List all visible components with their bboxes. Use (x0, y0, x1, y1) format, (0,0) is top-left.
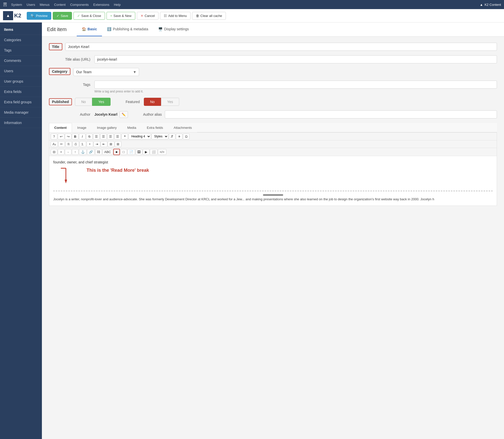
featured-label: Featured (126, 100, 140, 104)
published-row: Published No Yes Featured No Yes (49, 98, 497, 106)
nav-content[interactable]: Content (54, 3, 66, 7)
editor-columns-btn[interactable]: ⊟ (51, 149, 57, 155)
editor-media-btn[interactable]: ▶ (143, 149, 149, 155)
editor-unlink-btn[interactable]: ⛓ (95, 149, 102, 155)
editor-outdent-btn[interactable]: ⇤ (101, 141, 107, 147)
content-tab-image[interactable]: Image (72, 123, 92, 132)
content-tab-attachments[interactable]: Attachments (168, 123, 197, 132)
add-to-menu-button[interactable]: ☷ Add to Menu (160, 12, 191, 20)
nav-extensions[interactable]: Extensions (93, 3, 110, 7)
editor-indent-btn[interactable]: ⇥ (94, 141, 100, 147)
title-alias-row: Title alias (URL) (49, 55, 497, 63)
title-alias-input[interactable] (94, 55, 497, 63)
editor-clear-format-btn[interactable]: T̸ (169, 134, 175, 139)
published-no-button[interactable]: No (75, 98, 92, 106)
editor-italic-btn[interactable]: I (79, 134, 86, 139)
editor-redo-btn[interactable]: ↪ (65, 134, 71, 139)
featured-no-button[interactable]: No (144, 98, 161, 106)
editor-template-btn[interactable]: 📄 (127, 149, 135, 155)
published-toggle: No Yes (75, 98, 111, 106)
editor-bold-btn[interactable]: B (72, 134, 78, 139)
sidebar-item-comments[interactable]: Comments (0, 56, 42, 66)
read-more-bar (53, 193, 493, 197)
arrow-container (53, 167, 68, 189)
title-label: Title (49, 43, 62, 50)
editor-iframe-btn[interactable]: ⬜ (150, 149, 157, 155)
toolbar: ▲ K2 🔍 Preview ✓ Save ✓ Save & Close + S… (0, 9, 504, 22)
editor-image-btn[interactable]: 🖼 (136, 149, 142, 155)
sidebar-item-information[interactable]: Information (0, 118, 42, 128)
content-tabs: Content Image Image gallery Media Extra … (49, 123, 497, 132)
editor-toolbar-row3: ⊟ + - ↑ ⚓ 🔗 ⛓ ABC ■ □ 📄 🖼 ▶ ⬜ </> (49, 148, 497, 156)
editor-paste-btn[interactable]: ⎙ (72, 141, 79, 147)
editor-upload-btn[interactable]: ↑ (72, 149, 78, 155)
editor-styles-select[interactable]: Styles (151, 133, 168, 139)
editor-link-btn[interactable]: 🔗 (87, 149, 95, 155)
editor-cut-btn[interactable]: ✂ (58, 141, 65, 147)
sidebar-item-extra-field-groups[interactable]: Extra field groups (0, 97, 42, 107)
editor-align-justify-btn[interactable]: ☰ (114, 134, 121, 139)
title-alias-label: Title alias (URL) (49, 55, 94, 61)
sidebar-item-categories[interactable]: Categories (0, 35, 42, 45)
editor-anchor-btn[interactable]: ⚓ (79, 149, 87, 155)
editor-omega-btn[interactable]: Ω (183, 134, 190, 139)
editor-unordered-list-btn[interactable]: • (87, 141, 93, 147)
save-new-button[interactable]: + Save & New (107, 12, 135, 20)
cancel-button[interactable]: ✕ Cancel (137, 12, 158, 20)
sidebar-item-extra-fields[interactable]: Extra fields (0, 87, 42, 97)
editor-pagebreak-btn[interactable]: □ (120, 149, 127, 155)
nav-menus[interactable]: Menus (40, 3, 49, 7)
tags-input[interactable] (94, 81, 497, 89)
editor-help-btn[interactable]: ? (51, 134, 57, 139)
editor-remove-btn[interactable]: ✈ (176, 134, 182, 139)
save-button[interactable]: ✓ Save (53, 12, 72, 20)
editor-heading-select[interactable]: Heading 4 (128, 133, 151, 139)
editor-spell-btn[interactable]: ABC (102, 149, 113, 155)
tab-basic[interactable]: 🏠 Basic (77, 22, 102, 36)
editor-del-col-btn[interactable]: - (65, 149, 71, 155)
sidebar-item-media-manager[interactable]: Media manager (0, 107, 42, 118)
content-tab-extra-fields[interactable]: Extra fields (142, 123, 168, 132)
clear-cache-button[interactable]: 🗑 Clear all cache (192, 12, 226, 20)
sidebar-item-tags[interactable]: Tags (0, 45, 42, 56)
nav-system[interactable]: System (11, 3, 22, 7)
tab-publishing[interactable]: ℹ️ Publishing & metadata (102, 22, 153, 36)
tags-hint: Write a tag and press enter to add it. (94, 90, 497, 93)
editor-strike-btn[interactable]: S (86, 134, 93, 139)
category-select[interactable]: Our Team (73, 68, 139, 76)
sidebar-item-users[interactable]: Users (0, 66, 42, 76)
content-tab-image-gallery[interactable]: Image gallery (92, 123, 122, 132)
k2-logo-icon: ▲ (3, 11, 13, 20)
content-tab-content[interactable]: Content (49, 123, 72, 132)
editor-readmore-btn[interactable]: ■ (113, 149, 120, 155)
author-alias-input[interactable] (165, 110, 497, 118)
editor-undo-btn[interactable]: ↩ (58, 134, 64, 139)
category-row: Category Our Team ▼ (49, 68, 497, 76)
published-yes-button[interactable]: Yes (92, 98, 111, 106)
sidebar-item-user-groups[interactable]: User groups (0, 76, 42, 87)
editor-align-right-btn[interactable]: ☰ (107, 134, 114, 139)
editor-copy-btn[interactable]: ⎘ (65, 141, 72, 147)
editor-content[interactable]: founder, owner, and chief strategist Thi… (49, 156, 497, 206)
nav-users[interactable]: Users (26, 3, 35, 7)
editor-blockquote-btn[interactable]: ❝ (121, 134, 128, 139)
category-select-wrapper: Our Team ▼ (73, 68, 139, 76)
editor-table-props-btn[interactable]: ⊞ (115, 141, 121, 147)
edit-author-button[interactable]: ✏️ (119, 111, 128, 118)
editor-code-btn[interactable]: </> (158, 149, 166, 155)
content-tab-media[interactable]: Media (122, 123, 141, 132)
editor-align-left-btn[interactable]: ☰ (93, 134, 100, 139)
featured-yes-button[interactable]: Yes (161, 98, 179, 106)
save-close-button[interactable]: ✓ Save & Close (73, 12, 105, 20)
editor-font-size-btn[interactable]: A₂ (51, 141, 58, 147)
sidebar-item-items[interactable]: Items (0, 25, 42, 35)
nav-components[interactable]: Components (70, 3, 89, 7)
editor-align-center-btn[interactable]: ☰ (100, 134, 107, 139)
title-input[interactable] (65, 43, 497, 51)
editor-ordered-list-btn[interactable]: 1. (79, 141, 86, 147)
editor-table-btn[interactable]: ⊞ (108, 141, 114, 147)
editor-add-col-btn[interactable]: + (58, 149, 64, 155)
preview-button[interactable]: 🔍 Preview (27, 12, 51, 20)
tab-display[interactable]: 🖥️ Display settings (153, 22, 194, 36)
nav-help[interactable]: Help (114, 3, 121, 7)
